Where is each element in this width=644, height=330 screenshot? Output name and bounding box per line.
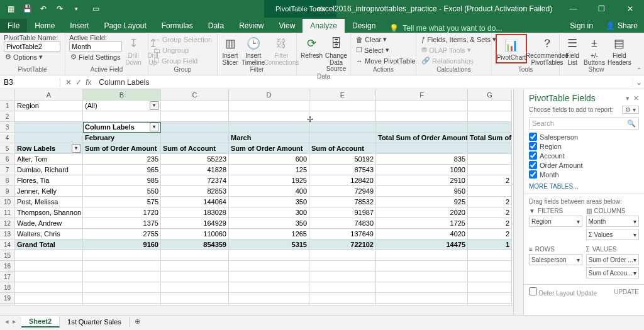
cell[interactable]: [309, 261, 376, 272]
maximize-button[interactable]: ❐: [587, 0, 616, 18]
relationships-button[interactable]: 🔗 Relationships: [420, 55, 475, 66]
field-item[interactable]: Account: [529, 151, 639, 160]
cell[interactable]: 87543: [309, 165, 376, 175]
rows-drop[interactable]: [529, 267, 582, 276]
cell[interactable]: [376, 304, 468, 305]
tab-analyze[interactable]: Analyze: [303, 19, 345, 33]
cell[interactable]: 14475: [376, 239, 468, 250]
cell[interactable]: 183028: [161, 207, 229, 218]
cell[interactable]: [309, 282, 376, 293]
cell[interactable]: [468, 304, 512, 305]
cell[interactable]: [15, 261, 83, 272]
cell[interactable]: [83, 250, 161, 261]
insert-slicer-button[interactable]: ▥Insert Slicer: [221, 34, 239, 66]
tab-page-layout[interactable]: Page Layout: [96, 19, 153, 33]
field-item[interactable]: Order Amount: [529, 160, 639, 170]
cell[interactable]: 950: [376, 186, 468, 197]
sheet-nav-prev[interactable]: ◂: [5, 317, 9, 326]
cell[interactable]: [15, 304, 83, 305]
minimize-button[interactable]: —: [559, 0, 587, 18]
cell[interactable]: [83, 111, 161, 122]
filters-drop[interactable]: [529, 229, 582, 238]
cell[interactable]: 400: [229, 186, 309, 197]
cell[interactable]: [229, 282, 309, 293]
row-header[interactable]: 15: [0, 250, 15, 261]
columns-area-item[interactable]: Σ Values▾: [586, 229, 640, 240]
cell[interactable]: [376, 250, 468, 261]
cell[interactable]: 2: [468, 197, 512, 207]
cell[interactable]: 72374: [161, 175, 229, 186]
cell[interactable]: [161, 304, 229, 305]
cell[interactable]: Sum of Order Amount: [229, 143, 309, 154]
cell[interactable]: Row Labels▾: [15, 143, 83, 154]
cell[interactable]: [468, 101, 512, 111]
cell[interactable]: February: [83, 133, 161, 143]
tab-design[interactable]: Design: [345, 19, 383, 33]
row-header[interactable]: 20: [0, 304, 15, 305]
cell[interactable]: 72949: [309, 186, 376, 197]
cell[interactable]: [83, 304, 161, 305]
cell[interactable]: March: [229, 133, 309, 143]
sign-in-link[interactable]: Sign in: [564, 19, 599, 33]
cell[interactable]: [229, 272, 309, 282]
tab-home[interactable]: Home: [27, 19, 62, 33]
row-header[interactable]: 5: [0, 143, 15, 154]
filter-connections-button[interactable]: ⛓Filter Connections: [267, 34, 295, 66]
values-area-item[interactable]: Sum of Accou...▾: [586, 267, 640, 278]
tab-file[interactable]: File: [0, 19, 27, 33]
cell[interactable]: [229, 293, 309, 304]
cell[interactable]: 82853: [161, 186, 229, 197]
row-header[interactable]: 3: [0, 122, 15, 133]
cell[interactable]: [161, 111, 229, 122]
cell[interactable]: 74830: [309, 218, 376, 229]
cell[interactable]: [309, 250, 376, 261]
cell[interactable]: 5315: [229, 239, 309, 250]
fx-icon[interactable]: fx: [86, 78, 91, 87]
cell[interactable]: [376, 261, 468, 272]
cell[interactable]: 965: [83, 165, 161, 175]
pivotchart-button[interactable]: 📊PivotChart: [497, 36, 525, 62]
change-data-source-button[interactable]: 🗄Change Data Source: [325, 34, 347, 73]
cell[interactable]: [468, 282, 512, 293]
pt-options-button[interactable]: ⚙ Options ▾: [4, 52, 44, 62]
cell[interactable]: 550: [83, 186, 161, 197]
cell[interactable]: 2: [468, 207, 512, 218]
close-button[interactable]: ✕: [616, 0, 644, 18]
horizontal-scrollbar[interactable]: [0, 305, 513, 315]
cell[interactable]: [376, 282, 468, 293]
pt-name-input[interactable]: [4, 41, 60, 52]
cell[interactable]: [468, 143, 512, 154]
cell[interactable]: [161, 293, 229, 304]
tab-insert[interactable]: Insert: [62, 19, 96, 33]
field-list-button[interactable]: ☰Field List: [564, 34, 581, 66]
cell[interactable]: Alter, Tom: [15, 154, 83, 165]
redo-button[interactable]: ↷: [53, 2, 67, 16]
tab-review[interactable]: Review: [231, 19, 271, 33]
tab-formulas[interactable]: Formulas: [154, 19, 201, 33]
cell[interactable]: [15, 282, 83, 293]
cell[interactable]: 128420: [309, 175, 376, 186]
col-header[interactable]: B: [83, 89, 161, 101]
tell-me-box[interactable]: 💡Tell me what you want to do...: [389, 24, 502, 33]
field-settings-button[interactable]: ⚙ Field Settings: [69, 52, 122, 62]
columns-area-item[interactable]: Month▾: [586, 216, 640, 227]
cell[interactable]: [309, 122, 376, 133]
cell[interactable]: [309, 272, 376, 282]
row-header[interactable]: 17: [0, 272, 15, 282]
cell[interactable]: [309, 304, 376, 305]
cell[interactable]: 2: [468, 218, 512, 229]
cell[interactable]: [376, 272, 468, 282]
tab-view[interactable]: View: [272, 19, 303, 33]
group-field-button[interactable]: ☐ Group Field: [152, 55, 199, 66]
sheet-tab-active[interactable]: Sheet2: [21, 316, 60, 327]
cell[interactable]: 835: [376, 154, 468, 165]
cell[interactable]: [83, 261, 161, 272]
cell[interactable]: [309, 133, 376, 143]
row-header[interactable]: 8: [0, 175, 15, 186]
cell[interactable]: 854359: [161, 239, 229, 250]
field-search-input[interactable]: Search🔍: [529, 118, 639, 129]
cell[interactable]: 125: [229, 165, 309, 175]
cell[interactable]: 2020: [376, 207, 468, 218]
cell[interactable]: [468, 122, 512, 133]
cell[interactable]: [229, 122, 309, 133]
